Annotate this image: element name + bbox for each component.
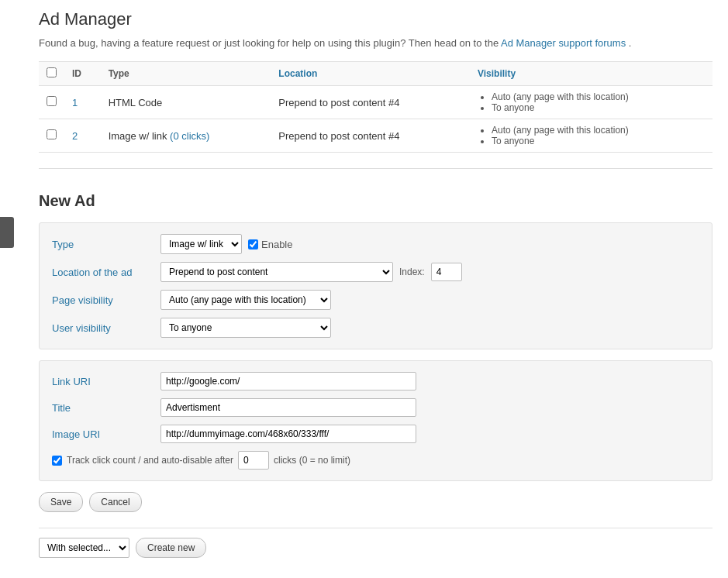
user-visibility-row: User visibility To anyone Logged in only…	[52, 318, 699, 338]
row-checkbox-1[interactable]	[47, 96, 57, 106]
save-button[interactable]: Save	[39, 492, 83, 512]
page-visibility-select[interactable]: Auto (any page with this location) Homep…	[160, 290, 331, 310]
page-visibility-control: Auto (any page with this location) Homep…	[160, 290, 331, 310]
create-new-button[interactable]: Create new	[136, 538, 206, 558]
track-label: Track click count / and auto-disable aft…	[67, 455, 233, 466]
col-id: ID	[64, 62, 101, 86]
image-uri-input[interactable]	[160, 425, 416, 443]
location-label: Location of the ad	[52, 267, 160, 278]
intro-text: Found a bug, having a feature request or…	[39, 37, 712, 49]
title-label: Title	[52, 402, 160, 414]
track-row: Track click count / and auto-disable aft…	[52, 451, 699, 470]
row-visibility-2: Auto (any page with this location) To an…	[470, 119, 712, 153]
select-all-checkbox[interactable]	[47, 67, 57, 77]
row-visibility-1: Auto (any page with this location) To an…	[470, 86, 712, 119]
user-visibility-label: User visibility	[52, 322, 160, 334]
link-uri-input[interactable]	[160, 372, 416, 390]
clicks-input[interactable]	[238, 451, 269, 470]
title-control	[160, 398, 416, 417]
enable-checkbox[interactable]	[248, 239, 258, 249]
location-select[interactable]: Prepend to post content Append to post c…	[160, 262, 393, 282]
type-row: Type Image w/ link HTML Code AdSense Ena…	[52, 234, 699, 254]
type-label: Type	[52, 239, 160, 250]
image-uri-label: Image URI	[52, 428, 160, 440]
page-title: Ad Manager	[39, 9, 712, 29]
ad-fields-section: Link URI Title Image URI	[39, 360, 712, 481]
row-type-1: HTML Code	[101, 86, 271, 119]
index-input[interactable]	[431, 263, 462, 281]
clicks-hint: clicks (0 = no limit)	[274, 455, 350, 466]
link-uri-label: Link URI	[52, 376, 160, 387]
col-visibility: Visibility	[470, 62, 712, 86]
user-visibility-control: To anyone Logged in only Logged out only	[160, 318, 331, 338]
ads-table: ID Type Location Visibility 1 HTML Code …	[39, 61, 712, 153]
sidebar-tab	[0, 217, 14, 248]
row-clicks-link[interactable]: (0 clicks)	[170, 130, 209, 142]
user-visibility-select[interactable]: To anyone Logged in only Logged out only	[160, 318, 331, 338]
table-row: 2 Image w/ link (0 clicks) Prepend to po…	[39, 119, 712, 153]
link-uri-control	[160, 372, 416, 390]
new-ad-title: New Ad	[39, 192, 712, 210]
table-row: 1 HTML Code Prepend to post content #4 A…	[39, 86, 712, 119]
ad-general-form: Type Image w/ link HTML Code AdSense Ena…	[39, 222, 712, 349]
track-checkbox[interactable]	[52, 456, 62, 466]
page-visibility-label: Page visibility	[52, 294, 160, 306]
bottom-bar: With selected... Create new	[39, 528, 712, 570]
location-control: Prepend to post content Append to post c…	[160, 262, 462, 282]
location-row: Location of the ad Prepend to post conte…	[52, 262, 699, 282]
col-location: Location	[271, 62, 470, 86]
with-selected-select[interactable]: With selected...	[39, 538, 129, 558]
row-location-2: Prepend to post content #4	[271, 119, 470, 153]
title-input[interactable]	[160, 398, 416, 417]
row-type-2: Image w/ link (0 clicks)	[101, 119, 271, 153]
image-uri-row: Image URI	[52, 425, 699, 443]
image-uri-control	[160, 425, 416, 443]
index-label: Index:	[399, 267, 425, 277]
row-id-2[interactable]: 2	[72, 130, 78, 142]
type-control: Image w/ link HTML Code AdSense Enable	[160, 234, 292, 254]
title-row: Title	[52, 398, 699, 417]
cancel-button[interactable]: Cancel	[89, 492, 141, 512]
type-select[interactable]: Image w/ link HTML Code AdSense	[160, 234, 242, 254]
row-checkbox-2[interactable]	[47, 129, 57, 139]
support-link[interactable]: Ad Manager support forums	[501, 37, 626, 49]
row-id-1[interactable]: 1	[72, 97, 78, 108]
link-uri-row: Link URI	[52, 372, 699, 390]
new-ad-section: New Ad Type Image w/ link HTML Code AdSe…	[39, 184, 712, 578]
page-visibility-row: Page visibility Auto (any page with this…	[52, 290, 699, 310]
enable-label: Enable	[248, 239, 292, 250]
action-buttons: Save Cancel	[39, 492, 712, 512]
col-type: Type	[101, 62, 271, 86]
row-location-1: Prepend to post content #4	[271, 86, 470, 119]
